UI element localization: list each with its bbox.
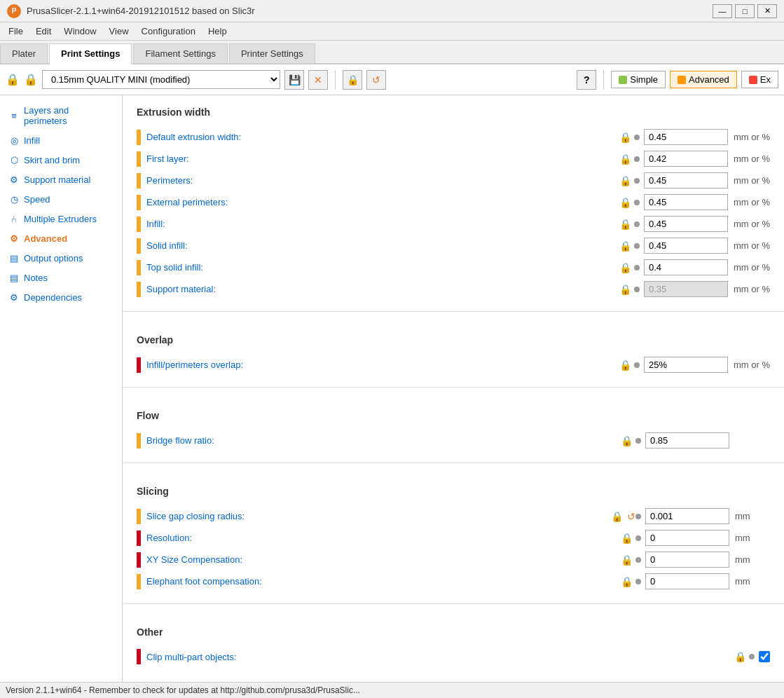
menu-file[interactable]: File	[3, 25, 29, 38]
close-button[interactable]: ✕	[757, 4, 777, 18]
input-top-solid-infill[interactable]	[644, 259, 728, 275]
lock-resolution[interactable]: 🔒	[621, 533, 633, 544]
input-xy-size-compensation[interactable]	[645, 552, 729, 568]
lock-top-solid-infill[interactable]: 🔒	[619, 262, 631, 273]
lock-infill-perimeters-overlap[interactable]: 🔒	[619, 360, 631, 371]
toolbar: 🔒 🔒 0.15mm QUALITY MINI (modified) 💾 ✕ 🔒…	[0, 64, 784, 95]
lock-first-layer[interactable]: 🔒	[619, 153, 631, 165]
setting-top-solid-infill: Top solid infill: 🔒 mm or %	[137, 256, 770, 278]
menu-edit[interactable]: Edit	[30, 25, 57, 38]
lock-default-extrusion[interactable]: 🔒	[619, 132, 631, 143]
lock-external-perimeters[interactable]: 🔒	[619, 197, 631, 208]
lock-solid-infill[interactable]: 🔒	[619, 240, 631, 252]
sidebar-item-dependencies[interactable]: ⚙ Dependencies	[0, 287, 122, 307]
expert-label: Ex	[760, 74, 771, 85]
input-slice-gap-closing-radius[interactable]	[645, 508, 729, 524]
sidebar-item-skirt-brim[interactable]: ⬡ Skirt and brim	[0, 150, 122, 170]
sidebar-item-infill[interactable]: ◎ Infill	[0, 130, 122, 150]
lock-button[interactable]: 🔒	[343, 70, 362, 90]
input-external-perimeters[interactable]	[644, 194, 728, 210]
skirt-icon: ⬡	[8, 154, 20, 165]
discard-button[interactable]: ✕	[308, 70, 328, 90]
input-elephant-foot-compensation[interactable]	[645, 573, 729, 589]
input-bridge-flow-ratio[interactable]	[645, 432, 729, 449]
sidebar-label-dependencies: Dependencies	[24, 292, 82, 303]
sidebar-label-output-options: Output options	[24, 253, 83, 264]
setting-first-layer: First layer: 🔒 mm or %	[137, 148, 770, 170]
titlebar: P PrusaSlicer-2.1.1+win64-201912101512 b…	[0, 0, 784, 22]
color-indicator	[137, 130, 141, 145]
dot-bridge-flow-ratio	[635, 438, 641, 444]
lock-xy-size[interactable]: 🔒	[621, 554, 633, 566]
color-indicator	[137, 509, 141, 524]
advanced-view-button[interactable]: Advanced	[670, 71, 737, 88]
unit-xy-size-compensation: mm	[735, 554, 770, 565]
minimize-button[interactable]: —	[713, 4, 732, 18]
input-infill-perimeters-overlap[interactable]	[644, 357, 728, 373]
setting-external-perimeters: External perimeters: 🔒 mm or %	[137, 191, 770, 213]
menu-window[interactable]: Window	[58, 25, 102, 38]
lock-slice-gap[interactable]: 🔒	[611, 511, 623, 522]
sidebar-item-support-material[interactable]: ⚙ Support material	[0, 170, 122, 189]
tab-plater[interactable]: Plater	[0, 43, 48, 63]
tab-filament-settings[interactable]: Filament Settings	[133, 43, 227, 63]
tab-print-settings[interactable]: Print Settings	[49, 43, 132, 64]
sidebar-item-multiple-extruders[interactable]: ⑃ Multiple Extruders	[0, 209, 122, 228]
menu-view[interactable]: View	[104, 25, 135, 38]
sidebar-item-layers-perimeters[interactable]: ≡ Layers and perimeters	[0, 101, 122, 130]
input-default-extrusion-width[interactable]	[644, 129, 728, 145]
toolbar-lock2-icon: 🔒	[24, 73, 38, 86]
input-solid-infill[interactable]	[644, 238, 728, 254]
color-indicator	[137, 173, 141, 189]
dot-default-extrusion	[634, 135, 640, 140]
dot-first-layer	[634, 156, 640, 162]
lock-support-material-width[interactable]: 🔒	[619, 284, 631, 295]
sidebar-item-notes[interactable]: ▤ Notes	[0, 268, 122, 287]
lock-elephant-foot[interactable]: 🔒	[621, 576, 633, 587]
simple-view-button[interactable]: Simple	[611, 71, 666, 88]
advanced-icon: ⚙	[8, 233, 20, 244]
sidebar-item-output-options[interactable]: ▤ Output options	[0, 248, 122, 268]
unit-elephant-foot-compensation: mm	[735, 576, 770, 587]
input-resolution[interactable]	[645, 530, 729, 546]
toolbar-separator2	[603, 70, 604, 90]
input-clip-multi-part-objects[interactable]	[759, 651, 770, 662]
lock-infill[interactable]: 🔒	[619, 219, 631, 230]
label-first-layer: First layer:	[146, 153, 619, 164]
sidebar-label-advanced: Advanced	[24, 233, 67, 244]
tab-printer-settings[interactable]: Printer Settings	[229, 43, 315, 63]
reset-slice-gap-icon[interactable]: ↺	[627, 511, 635, 522]
dot-top-solid-infill	[634, 265, 640, 271]
preset-selector[interactable]: 0.15mm QUALITY MINI (modified)	[42, 70, 280, 89]
save-button[interactable]: 💾	[284, 70, 304, 90]
lock-perimeters[interactable]: 🔒	[619, 175, 631, 186]
lock-clip-multi-part[interactable]: 🔒	[734, 651, 746, 662]
settings-content: Extrusion width Default extrusion width:…	[123, 95, 784, 682]
color-indicator	[137, 649, 141, 664]
lock-bridge-flow-ratio[interactable]: 🔒	[621, 435, 633, 446]
dependencies-icon: ⚙	[8, 292, 20, 303]
flow-title: Flow	[137, 410, 770, 421]
color-indicator	[137, 552, 141, 568]
input-first-layer[interactable]	[644, 151, 728, 167]
color-indicator	[137, 433, 141, 449]
expert-view-button[interactable]: Ex	[741, 71, 778, 88]
expert-dot	[749, 76, 757, 84]
sidebar-item-speed[interactable]: ◷ Speed	[0, 189, 122, 209]
dot-support-material-width	[634, 287, 640, 292]
unit-support-material-width: mm or %	[734, 284, 770, 294]
label-default-extrusion-width: Default extrusion width:	[146, 132, 619, 142]
sidebar-item-advanced[interactable]: ⚙ Advanced	[0, 228, 122, 248]
input-perimeters[interactable]	[644, 172, 728, 189]
setting-default-extrusion-width: Default extrusion width: 🔒 mm or %	[137, 126, 770, 148]
label-bridge-flow-ratio: Bridge flow ratio:	[146, 435, 621, 446]
titlebar-controls[interactable]: — □ ✕	[713, 4, 777, 18]
input-infill[interactable]	[644, 216, 728, 232]
help-button[interactable]: ?	[577, 70, 596, 90]
input-support-material-width[interactable]	[644, 281, 728, 297]
reset-button[interactable]: ↺	[366, 70, 386, 90]
menu-configuration[interactable]: Configuration	[136, 25, 201, 38]
maximize-button[interactable]: □	[735, 4, 755, 18]
menu-help[interactable]: Help	[202, 25, 233, 38]
label-elephant-foot-compensation: Elephant foot compensation:	[146, 576, 621, 587]
